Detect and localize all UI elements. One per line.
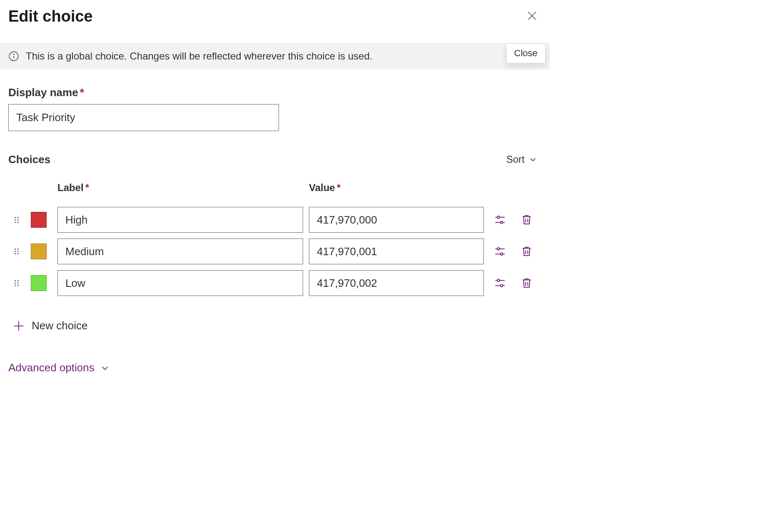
choice-value-input[interactable] — [309, 207, 484, 233]
svg-point-32 — [17, 282, 19, 283]
advanced-options-label: Advanced options — [8, 361, 95, 374]
close-icon — [526, 10, 538, 22]
new-choice-button[interactable]: New choice — [8, 316, 92, 336]
svg-point-22 — [17, 253, 19, 254]
choices-grid: Label* Value* — [8, 178, 541, 296]
sort-button-label: Sort — [506, 154, 525, 165]
grip-icon — [13, 216, 20, 224]
choice-delete-button[interactable] — [516, 244, 537, 259]
svg-point-31 — [15, 282, 16, 283]
new-choice-label: New choice — [32, 319, 87, 332]
panel-header: Edit choice Close — [8, 7, 541, 26]
trash-icon — [520, 277, 533, 289]
trash-icon — [520, 245, 533, 258]
svg-point-19 — [15, 251, 16, 252]
info-icon — [8, 51, 19, 62]
close-button[interactable] — [523, 7, 541, 26]
svg-point-18 — [17, 249, 19, 250]
svg-point-12 — [498, 216, 500, 219]
color-swatch[interactable] — [31, 212, 47, 228]
choice-settings-button[interactable] — [490, 212, 510, 228]
svg-point-38 — [500, 285, 503, 287]
svg-point-33 — [15, 285, 16, 286]
svg-point-29 — [15, 280, 16, 281]
choices-section-header: Choices Sort — [8, 151, 541, 168]
choice-value-input[interactable] — [309, 239, 484, 264]
choice-value-input[interactable] — [309, 270, 484, 296]
sliders-icon — [494, 277, 506, 289]
panel-title: Edit choice — [8, 7, 93, 25]
required-asterisk: * — [85, 182, 89, 193]
choice-label-input[interactable] — [57, 270, 303, 296]
grip-icon — [13, 248, 20, 255]
chevron-down-icon — [100, 363, 110, 373]
display-name-label: Display name* — [8, 86, 541, 99]
svg-point-10 — [17, 221, 19, 223]
plus-icon — [12, 320, 25, 332]
drag-handle[interactable] — [8, 216, 25, 224]
svg-point-14 — [500, 221, 503, 224]
svg-point-20 — [17, 251, 19, 252]
column-header-value: Value* — [309, 178, 484, 201]
svg-point-9 — [15, 221, 16, 223]
choice-delete-button[interactable] — [516, 212, 537, 228]
advanced-options-button[interactable]: Advanced options — [8, 359, 110, 377]
svg-point-6 — [17, 217, 19, 218]
drag-handle[interactable] — [8, 248, 25, 255]
info-message-text: This is a global choice. Changes will be… — [26, 50, 372, 62]
choice-settings-button[interactable] — [490, 244, 510, 259]
chevron-down-icon — [529, 155, 537, 164]
choice-label-input[interactable] — [57, 239, 303, 264]
info-message-bar: This is a global choice. Changes will be… — [0, 43, 550, 70]
svg-point-26 — [500, 253, 503, 256]
svg-point-36 — [498, 279, 500, 282]
sort-button[interactable]: Sort — [502, 151, 541, 168]
close-tooltip: Close — [506, 43, 545, 63]
svg-point-17 — [15, 249, 16, 250]
color-swatch[interactable] — [31, 244, 47, 259]
choice-settings-button[interactable] — [490, 275, 510, 291]
edit-choice-panel: Edit choice Close This is a global choic… — [0, 0, 550, 383]
choice-label-input[interactable] — [57, 207, 303, 233]
svg-point-5 — [15, 217, 16, 218]
sliders-icon — [494, 214, 506, 226]
drag-handle[interactable] — [8, 279, 25, 287]
grip-icon — [13, 279, 20, 287]
svg-point-21 — [15, 253, 16, 254]
svg-point-24 — [498, 248, 500, 250]
required-asterisk: * — [80, 86, 84, 99]
color-swatch[interactable] — [31, 275, 47, 291]
trash-icon — [520, 214, 533, 226]
svg-point-8 — [17, 219, 19, 220]
svg-point-30 — [17, 280, 19, 281]
column-header-label: Label* — [57, 178, 303, 201]
sliders-icon — [494, 245, 506, 258]
svg-point-34 — [17, 285, 19, 286]
display-name-field: Display name* — [8, 86, 541, 131]
required-asterisk: * — [337, 182, 341, 193]
choices-section-label: Choices — [8, 153, 50, 166]
display-name-input[interactable] — [8, 104, 279, 131]
choice-delete-button[interactable] — [516, 275, 537, 291]
svg-point-4 — [13, 54, 14, 55]
svg-point-7 — [15, 219, 16, 220]
